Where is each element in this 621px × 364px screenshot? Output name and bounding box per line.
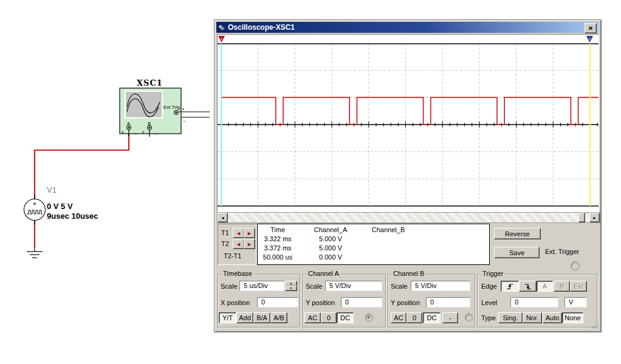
- trigger-group: Trigger Edge A B Ext Level 0 V Type Sing…: [477, 274, 597, 328]
- t2t1-row: 50.000 us 0.000 V: [258, 253, 489, 263]
- xsc1-ref-label: XSC1: [137, 78, 163, 88]
- readout-table: Time Channel_A Channel_B 3.322 ms 5.000 …: [257, 224, 490, 265]
- trigger-type-none-button[interactable]: None: [562, 312, 583, 323]
- col-time: Time: [258, 226, 298, 235]
- trigger-legend: Trigger: [481, 270, 505, 277]
- channel-b-group: Channel B Scale 5 V/Div Y position 0 AC …: [388, 274, 475, 328]
- save-button[interactable]: Save: [494, 247, 540, 258]
- falling-edge-icon: [524, 283, 532, 290]
- t1-row: 3.322 ms 5.000 V: [258, 235, 489, 244]
- channel-a-trace: [221, 97, 599, 125]
- desktop: { "window": { "title": "Oscilloscope-XSC…: [0, 0, 621, 364]
- trigger-level-label: Level: [481, 299, 497, 306]
- term-a-minus: _: [134, 128, 138, 134]
- cursor-panel: T1 ◄ ► T2 ◄ ► T2-T1: [218, 224, 256, 265]
- channel-b-0-button[interactable]: 0: [407, 312, 422, 323]
- ext-trig-plus: +: [182, 106, 185, 112]
- timebase-xpos-label: X position: [221, 299, 250, 306]
- channel-a-dc-button[interactable]: DC: [337, 312, 354, 323]
- channel-a-scale-label: Scale: [306, 283, 323, 290]
- t1-right-icon[interactable]: ►: [244, 228, 255, 238]
- edge-rising-button[interactable]: [501, 281, 519, 292]
- rising-edge-icon: [506, 283, 514, 290]
- resize-grip[interactable]: [591, 321, 599, 330]
- scrollbar-thumb[interactable]: [578, 213, 585, 222]
- trigger-type-auto-button[interactable]: Auto: [543, 312, 562, 323]
- channel-a-ypos-input[interactable]: 0: [341, 297, 382, 307]
- window-title: Oscilloscope-XSC1: [228, 23, 295, 32]
- timebase-scale-input[interactable]: 5 us/Div: [239, 281, 284, 291]
- trigger-type-label: Type: [481, 314, 496, 321]
- t2-label: T2: [221, 240, 229, 247]
- channel-b-legend: Channel B: [391, 270, 426, 277]
- channel-a-ac-button[interactable]: AC: [304, 312, 321, 323]
- ext-trigger-connector: [571, 261, 580, 270]
- timebase-scale-spinner[interactable]: ▲ ▼: [285, 281, 296, 290]
- xsc1-symbol[interactable]: Ext Trig + _ A B + _ + _: [120, 88, 210, 137]
- t2-left-icon[interactable]: ◄: [233, 239, 244, 249]
- timebase-legend: Timebase: [221, 270, 254, 277]
- channel-a-ypos-label: Y position: [306, 299, 335, 306]
- channel-b-dc-button[interactable]: DC: [423, 312, 441, 323]
- timebase-scale-label: Scale: [221, 283, 238, 290]
- scope-graticule: [218, 44, 599, 206]
- channel-b-ac-button[interactable]: AC: [391, 312, 407, 323]
- mode-ba-button[interactable]: B/A: [253, 312, 270, 323]
- scope-display[interactable]: 1 2: [217, 34, 599, 212]
- channel-b-scale-label: Scale: [391, 283, 408, 290]
- ext-trig-label: Ext Trig: [163, 105, 180, 110]
- channel-a-scale-input[interactable]: 5 V/Div: [325, 281, 382, 291]
- channel-a-legend: Channel A: [306, 270, 341, 277]
- trigger-type-sing-button[interactable]: Sing.: [498, 312, 523, 323]
- timebase-xpos-input[interactable]: 0: [257, 297, 298, 307]
- col-channel-b: Channel_B: [363, 226, 413, 235]
- term-b-plus: +: [142, 129, 145, 136]
- cursor2-marker[interactable]: 2: [586, 36, 593, 43]
- display-scrollbar[interactable]: ◄ ►: [217, 212, 600, 223]
- t1-left-icon[interactable]: ◄: [233, 228, 244, 238]
- trigger-level-input[interactable]: 0: [510, 297, 558, 307]
- channel-b-ypos-input[interactable]: 0: [426, 297, 470, 307]
- reverse-button[interactable]: Reverse: [494, 228, 541, 239]
- ext-trigger-label: Ext. Trigger: [545, 248, 579, 255]
- trigger-level-unit[interactable]: V: [564, 297, 587, 307]
- v1-ref-label: V1: [47, 185, 57, 194]
- edge-falling-button[interactable]: [519, 281, 537, 292]
- v1-plus-mark: +: [33, 201, 36, 207]
- scroll-left-icon[interactable]: ◄: [218, 213, 228, 222]
- v1-value-label: 0 V 5 V: [47, 202, 73, 211]
- ext-trig-minus: _: [182, 116, 186, 122]
- trigger-source-a-button[interactable]: A: [537, 281, 553, 292]
- col-channel-a: Channel_A: [298, 226, 363, 235]
- channel-b-neg-button[interactable]: -: [442, 312, 458, 323]
- trigger-source-b-button[interactable]: B: [554, 281, 570, 292]
- scroll-right-icon[interactable]: ►: [589, 213, 600, 222]
- mode-ab-button[interactable]: A/B: [270, 312, 287, 323]
- mode-yt-button[interactable]: Y/T: [219, 312, 236, 323]
- channel-a-0-button[interactable]: 0: [321, 312, 337, 323]
- ground-symbol[interactable]: [27, 246, 43, 258]
- trigger-edge-label: Edge: [481, 283, 497, 290]
- oscilloscope-window: Oscilloscope-XSC1 ✕ 1 2 ◄ ► T1 ◄ ► T2 ◄ …: [214, 19, 602, 332]
- channel-b-probe-indicator: [465, 314, 473, 321]
- v1-symbol[interactable]: +: [24, 194, 46, 225]
- app-icon: [218, 24, 225, 32]
- mode-add-button[interactable]: Add: [236, 312, 253, 323]
- t2t1-label: T2-T1: [224, 252, 241, 259]
- term-a-plus: +: [121, 129, 124, 136]
- t1-label: T1: [221, 229, 229, 236]
- channel-a-group: Channel A Scale 5 V/Div Y position 0 AC …: [303, 274, 386, 328]
- titlebar[interactable]: Oscilloscope-XSC1 ✕: [216, 22, 599, 33]
- close-icon[interactable]: ✕: [585, 23, 597, 33]
- term-b-minus: _: [154, 128, 159, 134]
- t2-right-icon[interactable]: ►: [244, 239, 255, 249]
- spin-down-icon[interactable]: ▼: [285, 286, 297, 291]
- trigger-type-nor-button[interactable]: Nor.: [523, 312, 542, 323]
- cursor1-marker[interactable]: 1: [218, 36, 225, 43]
- channel-a-probe-indicator: [365, 314, 373, 321]
- t2-row: 3.372 ms 5.000 V: [258, 244, 489, 253]
- schematic-canvas: + V1 0 V 5 V 9usec 10usec Ext Trig + _ A…: [0, 0, 213, 280]
- trigger-source-ext-button[interactable]: Ext: [570, 281, 587, 292]
- channel-b-scale-input[interactable]: 5 V/Div: [411, 281, 470, 291]
- v1-timing-label: 9usec 10usec: [47, 211, 98, 221]
